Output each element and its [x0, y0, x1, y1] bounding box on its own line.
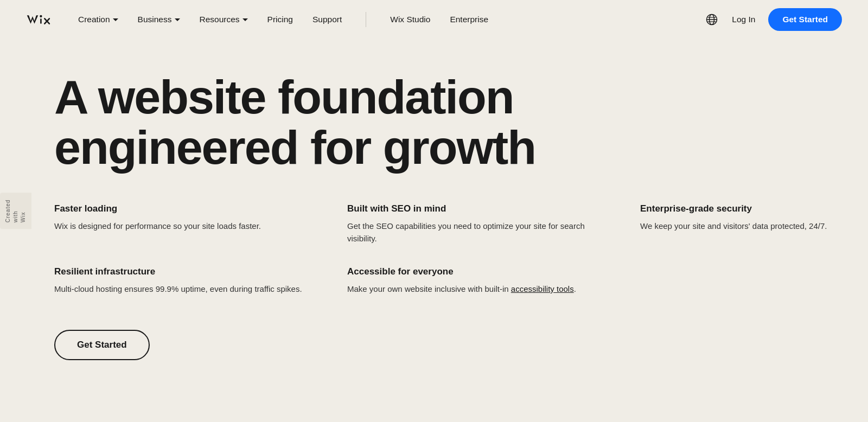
accessibility-tools-link[interactable]: accessibility tools: [511, 284, 574, 293]
nav-creation[interactable]: Creation: [78, 15, 118, 24]
feature-desc: Get the SEO capabilities you need to opt…: [347, 220, 608, 245]
nav-support[interactable]: Support: [312, 15, 342, 24]
feature-faster-loading: Faster loading Wix is designed for perfo…: [54, 203, 315, 245]
navbar: Creation Business Resources Pricing Supp…: [0, 0, 868, 39]
feature-desc: Make your own website inclusive with bui…: [347, 283, 608, 295]
feature-title: Faster loading: [54, 203, 315, 214]
wix-logo[interactable]: [26, 12, 59, 27]
chevron-down-icon: [113, 18, 118, 21]
chevron-down-icon: [175, 18, 180, 21]
nav-left: Creation Business Resources Pricing Supp…: [26, 12, 488, 27]
language-selector[interactable]: [705, 12, 719, 27]
nav-resources[interactable]: Resources: [200, 15, 248, 24]
feature-security: Enterprise-grade security We keep your s…: [640, 203, 857, 245]
feature-desc: Wix is designed for performance so your …: [54, 220, 315, 232]
nav-divider: [366, 12, 366, 27]
feature-infrastructure: Resilient infrastructure Multi-cloud hos…: [54, 266, 315, 295]
get-started-button-main[interactable]: Get Started: [54, 330, 150, 360]
feature-title: Enterprise-grade security: [640, 203, 857, 214]
chevron-down-icon: [242, 18, 248, 21]
nav-enterprise[interactable]: Enterprise: [450, 15, 488, 24]
feature-seo: Built with SEO in mind Get the SEO capab…: [347, 203, 608, 245]
feature-title: Built with SEO in mind: [347, 203, 608, 214]
nav-wix-studio[interactable]: Wix Studio: [390, 15, 430, 24]
nav-pricing[interactable]: Pricing: [267, 15, 293, 24]
nav-right: Log In Get Started: [705, 8, 842, 31]
side-label: CreatedwithWix: [0, 193, 31, 229]
nav-business[interactable]: Business: [138, 15, 180, 24]
feature-desc: Multi-cloud hosting ensures 99.9% uptime…: [54, 283, 315, 295]
hero-headline: A website foundation engineered for grow…: [54, 72, 575, 173]
log-in-link[interactable]: Log In: [732, 15, 755, 24]
feature-title: Accessible for everyone: [347, 266, 608, 277]
feature-desc: We keep your site and visitors' data pro…: [640, 220, 857, 232]
features-grid: Faster loading Wix is designed for perfo…: [54, 203, 868, 296]
feature-accessible: Accessible for everyone Make your own we…: [347, 266, 608, 295]
feature-title: Resilient infrastructure: [54, 266, 315, 277]
svg-point-0: [40, 15, 42, 17]
svg-rect-1: [40, 18, 42, 23]
main-content: A website foundation engineered for grow…: [0, 39, 868, 360]
get-started-button-nav[interactable]: Get Started: [768, 8, 842, 31]
